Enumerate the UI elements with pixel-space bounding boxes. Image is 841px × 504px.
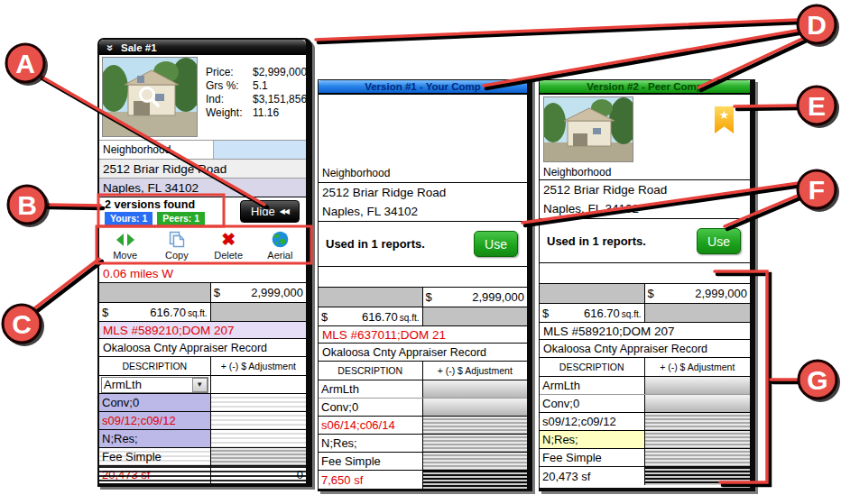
callout-circle-a (6, 44, 44, 82)
grid-row-financing: Conv;0 (99, 393, 306, 411)
stat-label: Weight: (206, 106, 253, 120)
version1-panel: Version #1 - Your Comp Neighborhood 2512… (318, 79, 532, 491)
callout-letter-d: D (807, 10, 827, 40)
grid-row-location: N;Res; (99, 429, 306, 447)
description-header: DESCRIPTION (319, 362, 423, 380)
delete-x-icon: ✖ (221, 231, 236, 249)
versions-found-text: 2 versions found (105, 198, 195, 211)
callout-circle-g (799, 361, 836, 399)
callout-circle-b (8, 186, 46, 224)
used-in-reports-text: Used in 1 reports. (326, 237, 425, 251)
sale-price-value: 2,999,000 (472, 290, 524, 304)
yours-count-badge[interactable]: Yours: 1 (105, 212, 152, 225)
ppsf-value: 616.70 (150, 306, 186, 319)
adjustment-header: + (-) $ Adjustment (423, 362, 528, 380)
leasehold-value: Fee Simple (99, 448, 211, 465)
magnifier-icon (137, 85, 161, 108)
sale-price-value: 2,999,000 (251, 286, 303, 299)
callout-circle-e (798, 87, 836, 124)
address-street: 2512 Briar Ridge Road (99, 159, 306, 178)
neighborhood-row: Neighborhood (319, 163, 527, 182)
collapse-chevrons-icon[interactable]: » (106, 42, 115, 53)
peers-count-badge[interactable]: Peers: 1 (157, 212, 205, 225)
address-city: Naples, FL 34102 (319, 201, 527, 221)
move-arrows-icon (116, 231, 135, 249)
sale-panel-title: Sale #1 (121, 42, 157, 53)
callout-line-d2 (484, 30, 801, 86)
data-source-row: Okaloosa Cnty Appraiser Record (540, 339, 750, 357)
address-street: 2512 Briar Ridge Road (319, 182, 527, 201)
grid-row-financing: Conv;0 (319, 398, 527, 416)
grid-row-location: N;Res; (540, 430, 750, 448)
ppsf-unit: sq.ft. (188, 308, 208, 319)
grid-row-sale-type: ArmLth (540, 376, 750, 394)
callout-line-d1 (316, 20, 798, 40)
dropdown-arrow-icon[interactable]: ▼ (192, 378, 208, 392)
data-source-row: Okaloosa Cnty Appraiser Record (99, 338, 306, 356)
grid-row-site: 20,473 sf 0 (99, 465, 306, 483)
peer-star-badge-icon[interactable]: ★ (715, 106, 734, 133)
sale-price-row: $ 2,999,000 (99, 282, 306, 302)
neighborhood-row: Neighborhood (99, 140, 306, 159)
ppsf-value: 616.70 (362, 310, 398, 324)
stat-value: 11.16 (253, 106, 279, 120)
sale-panel-titlebar[interactable]: » Sale #1 (99, 40, 306, 55)
version1-header[interactable]: Version #1 - Your Comp (319, 80, 527, 95)
location-value: N;Res; (99, 430, 211, 447)
grid-row-site: 7,650 sf (319, 470, 527, 489)
adjustment-header: + (-) $ Adjustment (645, 358, 751, 376)
property-photo[interactable] (102, 57, 198, 137)
address-city: Naples, FL 34102 (99, 178, 306, 197)
versions-row: 2 versions found Yours: 1 Peers: 1 Hide … (99, 197, 306, 226)
ppsf-value: 616.70 (584, 307, 620, 320)
copy-label: Copy (165, 250, 189, 261)
financing-value: Conv;0 (319, 399, 423, 416)
dollar-sign: $ (648, 287, 654, 300)
callout-letter-a: A (15, 49, 35, 78)
grid-row-sale-type: ArmLth ▼ (99, 375, 306, 393)
grid-row-financing: Conv;0 (540, 394, 750, 412)
delete-label: Delete (214, 250, 243, 261)
sale-type-value: ArmLth (319, 380, 423, 398)
mls-dom-row: MLS #589210;DOM 207 (99, 321, 306, 338)
stat-label: Ind: (206, 93, 253, 106)
neighborhood-value-cell[interactable] (213, 141, 306, 159)
site-value: 7,650 sf (319, 471, 423, 489)
sale-type-value: ArmLth (540, 377, 645, 394)
callout-circle-f (798, 170, 836, 208)
version2-header[interactable]: Version #2 - Peer Comp (540, 80, 750, 95)
sale-date-value: s09/12;c09/12 (540, 413, 645, 430)
stat-value: 5.1 (253, 79, 268, 93)
grid-header-row: DESCRIPTION + (-) $ Adjustment (540, 357, 750, 376)
dollar-sign: $ (542, 307, 549, 320)
distance-text: 0.06 miles W (99, 263, 306, 282)
sale-stats: Price:$2,999,000 Grs %:5.1 Ind:$3,151,85… (206, 66, 307, 120)
stat-value: $2,999,000 (253, 66, 307, 79)
hide-button[interactable]: Hide ◀◀ (240, 200, 300, 223)
move-button[interactable]: Move (99, 227, 151, 263)
dollar-sign: $ (102, 306, 108, 319)
copy-button[interactable]: Copy (151, 227, 202, 263)
leasehold-value: Fee Simple (540, 449, 645, 466)
aerial-button[interactable]: Aerial (254, 227, 306, 263)
financing-value: Conv;0 (540, 395, 645, 412)
grid-row-sale-date: s09/12;c09/12 (99, 411, 306, 429)
delete-button[interactable]: ✖ Delete (203, 227, 254, 263)
use-button[interactable]: Use (697, 228, 741, 254)
price-per-sqft-row: $ 616.70sq.ft. (99, 302, 306, 321)
mls-dom-row: MLS #589210;DOM 207 (540, 322, 750, 339)
blank-cell (99, 283, 211, 302)
grid-row-sale-type: ArmLth (319, 380, 527, 398)
ppsf-unit: sq.ft. (400, 313, 420, 324)
callout-letter-c: C (12, 309, 32, 339)
sale-date-value: s09/12;c09/12 (99, 412, 211, 429)
use-button[interactable]: Use (474, 231, 518, 257)
mls-dom-row: MLS #637011;DOM 21 (319, 325, 527, 343)
address-street: 2512 Briar Ridge Road (540, 179, 750, 198)
site-value: 20,473 sf (540, 467, 645, 485)
sale-type-dropdown[interactable]: ArmLth ▼ (101, 377, 208, 393)
comp-toolbar: Move Copy ✖ Delete Aerial (99, 226, 306, 263)
grid-row-location: N;Res; (319, 434, 527, 452)
grid-row-leasehold: Fee Simple (319, 452, 527, 470)
grid-header-row: DESCRIPTION + (-) $ Adjustment (319, 361, 527, 380)
